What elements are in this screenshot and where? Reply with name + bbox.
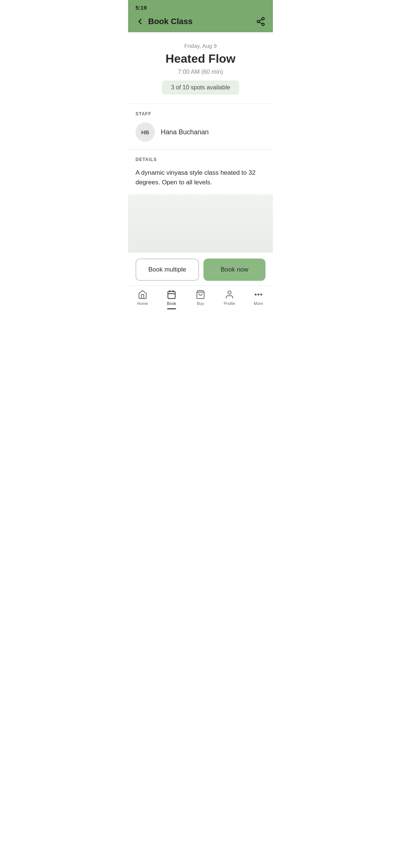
nav-item-buy[interactable]: Buy — [186, 289, 215, 306]
details-section: DETAILS A dynamic vinyasa style class he… — [128, 149, 273, 194]
nav-active-indicator — [167, 308, 176, 309]
status-time: 5:19 — [136, 4, 147, 11]
share-icon — [256, 17, 265, 26]
nav-label-more: More — [254, 301, 263, 306]
class-time: 7:00 AM (60 min) — [136, 69, 265, 75]
staff-initials: HB — [141, 129, 149, 135]
book-multiple-button[interactable]: Book multiple — [136, 259, 199, 281]
nav-label-book: Book — [167, 301, 176, 306]
nav-item-home[interactable]: Home — [128, 289, 157, 306]
nav-label-profile: Profile — [224, 301, 235, 306]
book-icon — [166, 289, 177, 300]
header-left: Book Class — [136, 17, 193, 26]
back-icon — [136, 17, 144, 26]
back-button[interactable] — [136, 17, 144, 26]
more-icon — [253, 289, 264, 300]
details-section-label: DETAILS — [136, 157, 265, 162]
book-now-button[interactable]: Book now — [203, 259, 265, 281]
nav-label-home: Home — [137, 301, 148, 306]
staff-section: STAFF HB Hana Buchanan — [128, 104, 273, 149]
home-icon — [137, 289, 148, 300]
content-area: STAFF HB Hana Buchanan DETAILS A dynamic… — [128, 104, 273, 253]
bottom-actions: Book multiple Book now — [128, 253, 273, 285]
staff-name: Hana Buchanan — [161, 128, 209, 136]
details-text: A dynamic vinyasa style class heated to … — [136, 168, 265, 187]
staff-row: HB Hana Buchanan — [136, 122, 265, 142]
spots-badge: 3 of 10 spots available — [162, 80, 239, 95]
profile-icon — [224, 289, 235, 300]
nav-item-more[interactable]: More — [244, 289, 273, 306]
svg-point-11 — [255, 294, 256, 295]
nav-item-profile[interactable]: Profile — [215, 289, 244, 306]
status-bar: 5:19 — [128, 0, 273, 14]
svg-point-12 — [258, 294, 259, 295]
svg-line-3 — [259, 22, 262, 24]
buy-icon — [195, 289, 206, 300]
class-date: Friday, Aug 9 — [136, 43, 265, 49]
header: Book Class — [128, 14, 273, 32]
svg-point-10 — [228, 291, 231, 294]
header-title: Book Class — [148, 17, 193, 26]
staff-section-label: STAFF — [136, 111, 265, 116]
bottom-nav: Home Book — [128, 285, 273, 313]
svg-point-13 — [261, 294, 262, 295]
share-button[interactable] — [256, 17, 265, 26]
class-info: Friday, Aug 9 Heated Flow 7:00 AM (60 mi… — [128, 32, 273, 104]
class-name: Heated Flow — [136, 52, 265, 66]
nav-item-book[interactable]: Book — [157, 289, 186, 306]
svg-rect-5 — [168, 291, 175, 299]
staff-avatar: HB — [136, 122, 155, 142]
nav-label-buy: Buy — [197, 301, 204, 306]
svg-line-4 — [259, 19, 262, 21]
